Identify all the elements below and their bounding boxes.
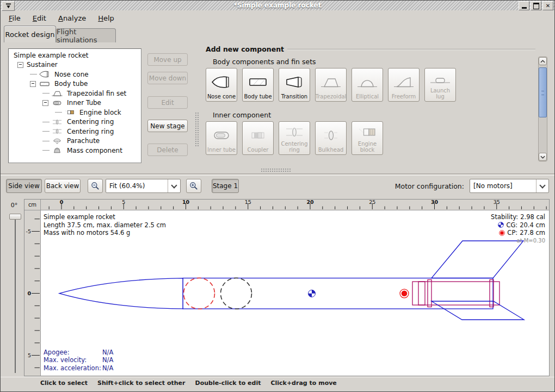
- rotation-slider-track[interactable]: [15, 217, 16, 373]
- component-button-label: Bulkhead: [318, 147, 344, 153]
- fin-trapezoidal-icon: [319, 70, 342, 94]
- stage-1-toggle[interactable]: Stage 1: [212, 179, 239, 193]
- component-button-freeform[interactable]: Freeform: [388, 68, 420, 102]
- body-tube-shape[interactable]: [183, 278, 493, 309]
- tree-item-centering-ring[interactable]: Centering ring: [9, 117, 141, 127]
- zoom-in-icon: [189, 181, 199, 191]
- motor-configuration-select[interactable]: [No motors]: [470, 179, 549, 193]
- svg-text:25: 25: [369, 200, 375, 205]
- component-button-label: Centering ring: [280, 141, 309, 153]
- hint-text: Double-click to edit: [195, 379, 261, 387]
- rotation-slider-thumb[interactable]: [9, 214, 21, 220]
- tree-item-label: Centering ring: [67, 118, 114, 126]
- stage-button-column: Move upMove downEditNew stageDelete: [147, 53, 188, 156]
- menu-item-analyze[interactable]: Analyze: [54, 13, 90, 23]
- cp-icon: [499, 230, 505, 236]
- tree-expander-icon[interactable]: [17, 62, 23, 68]
- menu-item-help[interactable]: Help: [94, 13, 118, 23]
- tree-connector: [55, 112, 62, 113]
- component-button-transition[interactable]: Transition: [279, 68, 310, 102]
- horizontal-ruler: 05101520253035: [41, 200, 549, 210]
- tree-item-label: Sustainer: [27, 61, 58, 69]
- flight-stat-row: Max. acceleration:N/A: [44, 364, 113, 372]
- edit-button[interactable]: Edit: [147, 96, 188, 109]
- fin-upper-shape[interactable]: [431, 241, 523, 278]
- tree-connector: [42, 122, 50, 122]
- vertical-ruler: -505: [24, 210, 41, 376]
- tree-item-centering-ring[interactable]: Centering ring: [9, 127, 141, 136]
- nose-cone-shape[interactable]: [59, 278, 183, 309]
- component-button-label: Nose cone: [207, 94, 236, 99]
- tree-item-parachute[interactable]: Parachute: [9, 136, 141, 146]
- maximize-button[interactable]: [531, 1, 541, 10]
- tree-expander-icon[interactable]: [30, 81, 36, 87]
- zoom-level-select[interactable]: Fit (60.4%): [106, 179, 181, 193]
- tree-item-engine-block[interactable]: Engine block: [9, 108, 141, 117]
- tab-flight-simulations[interactable]: Flight simulations: [56, 28, 116, 42]
- move-down-button[interactable]: Move down: [147, 72, 188, 84]
- delete-button[interactable]: Delete: [147, 144, 188, 156]
- tree-item-inner-tube[interactable]: Inner Tube: [9, 98, 141, 108]
- svg-text:0: 0: [27, 290, 31, 296]
- component-button-label: Elliptical: [356, 94, 379, 99]
- component-button-body-tube[interactable]: Body tube: [242, 68, 274, 102]
- mach-note: at M=0.30: [491, 237, 545, 245]
- new-stage-button[interactable]: New stage: [147, 120, 188, 132]
- cg-label: CG:: [506, 221, 517, 229]
- group-title-line: [287, 49, 535, 49]
- component-button-engine-block[interactable]: Engine block: [351, 121, 383, 155]
- component-button-launch-lug[interactable]: Launch lug: [424, 68, 456, 102]
- window-menu-icon: [5, 3, 12, 9]
- menu-item-edit[interactable]: Edit: [29, 13, 50, 23]
- tree-item-trapezoidal-fin-set[interactable]: Trapezoidal fin set: [9, 89, 141, 98]
- chevron-down-icon: [539, 182, 545, 188]
- tree-item-simple-example-rocket[interactable]: Simple example rocket: [9, 51, 141, 60]
- vertical-splitter[interactable]: [195, 112, 200, 147]
- tree-item-label: Parachute: [67, 137, 100, 145]
- component-button-nose-cone[interactable]: Nose cone: [206, 68, 237, 102]
- minimize-button[interactable]: [519, 1, 529, 10]
- scroll-down-button[interactable]: [539, 153, 547, 161]
- tree-item-sustainer[interactable]: Sustainer: [9, 60, 141, 70]
- side-view-button[interactable]: Side view: [6, 179, 42, 193]
- motor-configuration-value: [No motors]: [470, 182, 536, 190]
- horizontal-splitter[interactable]: [261, 168, 291, 173]
- zoom-out-button[interactable]: [88, 179, 103, 193]
- rocket-canvas[interactable]: Simple example rocketLength 37.5 cm, max…: [41, 210, 549, 376]
- component-button-coupler[interactable]: Coupler: [242, 121, 274, 155]
- stability-label: Stability:: [491, 213, 518, 221]
- component-button-centering-ring[interactable]: Centering ring: [279, 121, 310, 155]
- motor-configuration-label: Motor configuration:: [395, 182, 464, 190]
- move-up-button[interactable]: Move up: [147, 53, 188, 66]
- tree-connector: [42, 93, 50, 94]
- component-button-label: Engine block: [353, 141, 382, 153]
- tree-item-body-tube[interactable]: Body tube: [9, 79, 141, 89]
- cg-icon: [498, 222, 504, 228]
- component-button-trapezoidal[interactable]: Trapezoidal: [315, 68, 347, 102]
- zoom-in-button[interactable]: [186, 179, 201, 193]
- close-button[interactable]: ✕: [542, 1, 553, 10]
- component-button-inner-tube[interactable]: Inner tube: [206, 121, 237, 155]
- component-scrollbar[interactable]: [538, 57, 547, 161]
- window-title: *Simple example rocket: [1, 2, 554, 9]
- window-menu-button[interactable]: [2, 1, 15, 11]
- minimize-icon: [522, 7, 527, 9]
- scroll-up-button[interactable]: [539, 57, 547, 65]
- centering-ring-icon: [283, 123, 306, 141]
- menubar: FileEditAnalyzeHelp: [2, 11, 553, 24]
- scrollbar-thumb[interactable]: [539, 67, 547, 117]
- tree-expander-icon[interactable]: [42, 100, 48, 106]
- menu-item-file[interactable]: File: [5, 13, 24, 23]
- engine-block-icon: [62, 108, 77, 116]
- component-button-elliptical[interactable]: Elliptical: [351, 68, 383, 102]
- tab-rocket-design[interactable]: Rocket design: [4, 26, 56, 42]
- component-button-bulkhead[interactable]: Bulkhead: [315, 121, 347, 155]
- back-view-button[interactable]: Back view: [45, 179, 81, 193]
- tree-item-mass-component[interactable]: Mass component: [9, 146, 141, 155]
- engine-block-icon: [356, 123, 379, 141]
- rocket-summary-line: Simple example rocket: [44, 213, 166, 221]
- tree-item-nose-cone[interactable]: Nose cone: [9, 70, 141, 79]
- component-button-row: Nose coneBody tubeTransitionTrapezoidalE…: [206, 68, 535, 102]
- tree-connector: [30, 74, 37, 74]
- component-tree[interactable]: Simple example rocketSustainerNose coneB…: [8, 48, 141, 163]
